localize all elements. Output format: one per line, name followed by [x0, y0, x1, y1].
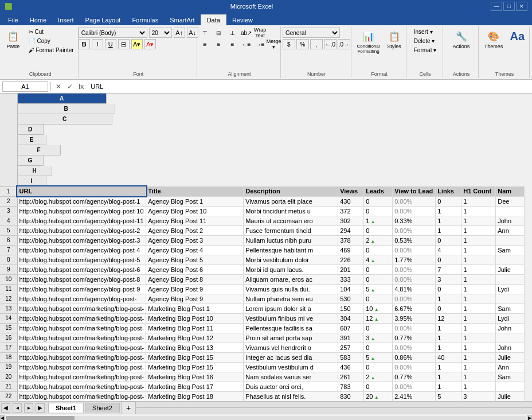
row-num-2[interactable]: 2: [0, 196, 17, 206]
cell-e14[interactable]: 12 ▲: [364, 313, 393, 323]
sheet-tab-2[interactable]: Sheet2: [85, 403, 120, 413]
align-right-button[interactable]: ≡: [226, 39, 238, 49]
cell-d16[interactable]: 391: [338, 333, 364, 343]
cell-h16[interactable]: 1: [461, 333, 496, 343]
cell-i17[interactable]: John: [496, 343, 525, 352]
scroll-left-button[interactable]: ◀: [0, 415, 5, 421]
sheet-scroll-next-button[interactable]: ▸: [24, 403, 33, 413]
cell-c2[interactable]: Vivamus porta elit place: [244, 196, 338, 206]
row-num-6[interactable]: 6: [0, 235, 17, 245]
row-num-21[interactable]: 21: [0, 382, 17, 391]
cell-f19[interactable]: 0.00%: [393, 362, 436, 372]
cell-b6[interactable]: Agency Blog Post 3: [146, 235, 244, 245]
cell-e5[interactable]: 0: [364, 225, 393, 235]
cell-f14[interactable]: 3.95%: [393, 313, 436, 323]
cell-c21[interactable]: Duis auctor orci orci,: [244, 382, 338, 391]
cell-g21[interactable]: 1: [436, 382, 461, 391]
cell-c19[interactable]: Vestibulum vestibulum d: [244, 362, 338, 372]
cell-a6[interactable]: http://blog.hubspot.com/agency/blog-post…: [17, 235, 146, 245]
cell-f3[interactable]: 0.00%: [393, 206, 436, 216]
comma-button[interactable]: ,: [310, 39, 323, 49]
cell-b15[interactable]: Marketing Blog Post 11: [146, 323, 244, 333]
cell-e8[interactable]: 4 ▲: [364, 255, 393, 265]
cell-g4[interactable]: 1: [436, 216, 461, 225]
cell-g16[interactable]: 1: [436, 333, 461, 343]
cell-d22[interactable]: 830: [338, 391, 364, 401]
cell-i4[interactable]: John: [496, 216, 525, 225]
decrease-indent-button[interactable]: ←≡: [240, 39, 252, 49]
cell-i12[interactable]: [496, 294, 525, 304]
align-top-button[interactable]: ⊤: [198, 28, 211, 38]
styles-button[interactable]: 📋 Styles: [384, 28, 405, 51]
cell-g13[interactable]: 0: [436, 304, 461, 313]
grid-wrapper[interactable]: A B C D E F G H I 1 URL Title Descripti: [0, 94, 532, 401]
cell-b22[interactable]: Marketing Blog Post 18: [146, 391, 244, 401]
cell-h2[interactable]: 1: [461, 196, 496, 206]
cell-g22[interactable]: 5: [436, 391, 461, 401]
col-header-c[interactable]: C: [18, 114, 112, 125]
cell-f11[interactable]: 4.81%: [393, 284, 436, 294]
cell-f8[interactable]: 1.77%: [393, 255, 436, 265]
cell-a18[interactable]: http://blog.hubspot.com/marketing/blog-p…: [17, 352, 146, 362]
paste-button[interactable]: 📋 Paste: [3, 28, 24, 51]
cell-d20[interactable]: 261: [338, 372, 364, 382]
increase-decimal-button[interactable]: .0→: [338, 39, 350, 49]
cell-i15[interactable]: John: [496, 323, 525, 333]
cell-b1[interactable]: Title: [146, 186, 244, 196]
cell-i20[interactable]: Sam: [496, 372, 525, 382]
actions-button[interactable]: 🔧 Actions: [450, 28, 473, 51]
col-header-d[interactable]: D: [18, 125, 44, 135]
cell-e1[interactable]: Leads: [364, 186, 393, 196]
col-header-f[interactable]: F: [18, 145, 61, 155]
cell-c10[interactable]: Aliquam ornare, eros ac: [244, 274, 338, 284]
tab-smartart[interactable]: SmartArt: [164, 15, 200, 25]
cell-e4[interactable]: 1 ▲: [364, 216, 393, 225]
row-num-1[interactable]: 1: [0, 186, 17, 196]
border-button[interactable]: ⊟: [118, 39, 130, 49]
cell-a3[interactable]: http://blog.hubspot.com/agency/blog-post…: [17, 206, 146, 216]
sheet-tab-1[interactable]: Sheet1: [48, 403, 84, 413]
cell-e11[interactable]: 5 ▲: [364, 284, 393, 294]
cell-f9[interactable]: 0.00%: [393, 265, 436, 274]
cell-e15[interactable]: 0: [364, 323, 393, 333]
font-size-increase-button[interactable]: A↑: [174, 28, 185, 38]
cell-d4[interactable]: 302: [338, 216, 364, 225]
cell-c7[interactable]: Pellentesque habitant m: [244, 245, 338, 255]
cell-a21[interactable]: http://blog.hubspot.com/marketing/blog-p…: [17, 382, 146, 391]
row-num-9[interactable]: 9: [0, 265, 17, 274]
cell-c11[interactable]: Vivamus quis nulla dui.: [244, 284, 338, 294]
cell-d8[interactable]: 226: [338, 255, 364, 265]
scroll-right-button[interactable]: ▶: [527, 415, 532, 421]
cell-h14[interactable]: 1: [461, 313, 496, 323]
cell-h10[interactable]: 1: [461, 274, 496, 284]
cell-a15[interactable]: http://blog.hubspot.com/marketing/blog-p…: [17, 323, 146, 333]
cell-f1[interactable]: View to Lead: [393, 186, 436, 196]
sheet-scroll-prev-button[interactable]: ◂: [13, 403, 22, 413]
italic-button[interactable]: I: [92, 39, 103, 49]
cell-f18[interactable]: 0.86%: [393, 352, 436, 362]
insert-cells-button[interactable]: Insert ▾: [410, 28, 440, 36]
cell-f17[interactable]: 0.00%: [393, 343, 436, 352]
row-num-7[interactable]: 7: [0, 245, 17, 255]
cell-e2[interactable]: 0: [364, 196, 393, 206]
format-cells-button[interactable]: Format ▾: [410, 46, 440, 55]
cell-h9[interactable]: 1: [461, 265, 496, 274]
tab-file[interactable]: File: [2, 15, 24, 25]
delete-cells-button[interactable]: Delete ▾: [410, 37, 440, 45]
col-header-e[interactable]: E: [18, 135, 46, 145]
cell-b11[interactable]: Agency Blog Post 9: [146, 284, 244, 294]
cell-i6[interactable]: [496, 235, 525, 245]
cell-a12[interactable]: http://blog.hubspot.com/agency/blog-post…: [17, 294, 146, 304]
cell-b3[interactable]: Agency Blog Post 10: [146, 206, 244, 216]
formula-input[interactable]: [88, 82, 530, 91]
cell-c17[interactable]: Vivamus vel hendrerit o: [244, 343, 338, 352]
cell-f13[interactable]: 6.67%: [393, 304, 436, 313]
name-box[interactable]: [2, 81, 48, 92]
cell-g3[interactable]: 1: [436, 206, 461, 216]
cell-g1[interactable]: Links: [436, 186, 461, 196]
cell-c22[interactable]: Phasellus at nisl felis.: [244, 391, 338, 401]
maximize-button[interactable]: □: [503, 2, 515, 11]
row-num-10[interactable]: 10: [0, 274, 17, 284]
align-bottom-button[interactable]: ⊥: [226, 28, 238, 38]
cell-g5[interactable]: 1: [436, 225, 461, 235]
